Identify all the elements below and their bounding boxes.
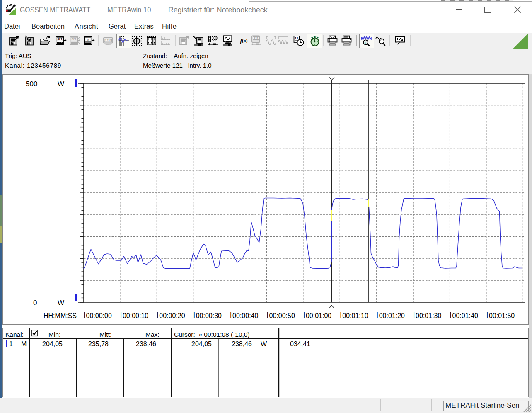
svg-text:321: 321: [254, 37, 259, 40]
svg-text:1257: 1257: [105, 39, 112, 42]
svg-text:321: 321: [72, 38, 77, 41]
svg-text:321: 321: [58, 38, 63, 41]
svg-text:12: 12: [295, 37, 298, 40]
svg-text:M: M: [87, 38, 89, 42]
svg-text:(x): (x): [242, 38, 248, 43]
